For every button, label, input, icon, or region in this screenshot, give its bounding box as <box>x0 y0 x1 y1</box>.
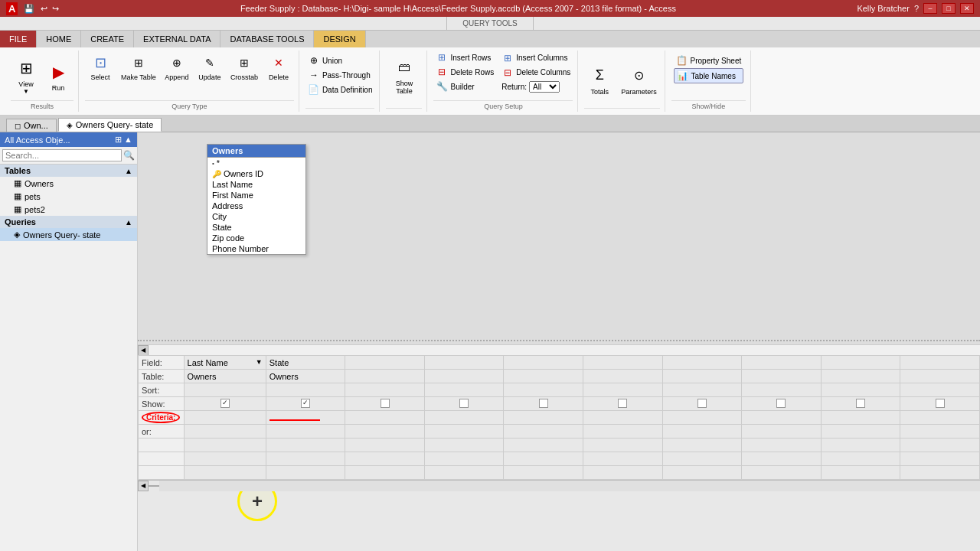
data-definition-button[interactable]: 📄 Data Definition <box>305 83 375 96</box>
grid-or4-c4[interactable] <box>424 466 504 480</box>
grid-or3-c7[interactable] <box>662 452 742 466</box>
view-dropdown-arrow[interactable]: ▼ <box>23 88 29 95</box>
field-first-name[interactable]: First Name <box>207 190 305 201</box>
grid-criteria-c9[interactable] <box>821 411 900 425</box>
nav-menu-icon[interactable]: ⊞ ▲ <box>115 135 132 145</box>
return-select[interactable]: All <box>529 81 560 93</box>
union-button[interactable]: ⊕ Union <box>305 54 375 67</box>
grid-show-c3[interactable] <box>345 397 425 411</box>
show-cb-c8[interactable] <box>776 399 786 408</box>
show-cb-lastname[interactable] <box>220 399 230 408</box>
grid-or3-c4[interactable] <box>424 452 504 466</box>
field-owners-id[interactable]: 🔑 Owners ID <box>207 168 305 179</box>
tab-design[interactable]: DESIGN <box>314 31 365 47</box>
grid-table-state[interactable]: Owners <box>266 370 345 383</box>
tab-file[interactable]: FILE <box>0 31 37 47</box>
grid-or4-c6[interactable] <box>583 466 663 480</box>
minimize-btn[interactable]: – <box>923 3 937 14</box>
grid-or3-c9[interactable] <box>821 452 900 466</box>
grid-or1-c4[interactable] <box>424 425 504 439</box>
grid-or1-c6[interactable] <box>583 425 663 439</box>
grid-table-c9[interactable] <box>821 370 900 383</box>
grid-or2-c9[interactable] <box>821 439 900 452</box>
field-star[interactable]: • * <box>207 158 305 168</box>
grid-sort-c8[interactable] <box>742 383 822 397</box>
grid-or1-c9[interactable] <box>821 425 900 439</box>
hscroll-left-btn[interactable]: ◀ <box>138 481 149 491</box>
grid-or1-c1[interactable] <box>184 425 266 439</box>
show-cb-c10[interactable] <box>936 399 945 408</box>
grid-criteria-c10[interactable] <box>900 411 980 425</box>
insert-columns-button[interactable]: ⊞ Insert Columns <box>499 51 573 65</box>
field-zip[interactable]: Zip code <box>207 233 305 243</box>
grid-criteria-c5[interactable] <box>504 411 583 425</box>
field-phone[interactable]: Phone Number <box>207 243 305 254</box>
builder-button[interactable]: 🔧 Builder <box>433 80 496 93</box>
grid-field-c6[interactable] <box>583 356 663 370</box>
grid-sort-c10[interactable] <box>900 383 980 397</box>
field-state[interactable]: State <box>207 222 305 233</box>
tab-home[interactable]: HOME <box>37 31 81 47</box>
search-input[interactable] <box>2 149 122 161</box>
tab-owners-query[interactable]: ◈ Owners Query- state <box>58 118 162 132</box>
nav-item-pets[interactable]: ▦ pets <box>0 190 137 203</box>
grid-or3-c3[interactable] <box>345 452 425 466</box>
show-cb-c3[interactable] <box>381 399 390 408</box>
grid-sort-c5[interactable] <box>504 383 583 397</box>
grid-field-c5[interactable] <box>504 356 583 370</box>
grid-or3-c10[interactable] <box>900 452 980 466</box>
show-table-button[interactable]: 🗃 ShowTable <box>389 54 420 96</box>
grid-table-lastname[interactable]: Owners <box>184 370 266 383</box>
field-city[interactable]: City <box>207 211 305 222</box>
grid-table-c3[interactable] <box>345 370 425 383</box>
grid-sort-c6[interactable] <box>583 383 663 397</box>
grid-sort-c3[interactable] <box>345 383 425 397</box>
hscroll-left[interactable]: ◀ <box>138 345 149 356</box>
nav-item-pets2[interactable]: ▦ pets2 <box>0 203 137 216</box>
insert-rows-button[interactable]: ⊞ Insert Rows <box>433 51 496 64</box>
show-cb-state[interactable] <box>301 399 310 408</box>
maximize-btn[interactable]: □ <box>942 3 956 14</box>
grid-field-c9[interactable] <box>821 356 900 370</box>
nav-section-queries-header[interactable]: Queries ▲ <box>0 216 137 228</box>
table-area-hscroll[interactable]: ◀ <box>138 344 980 355</box>
view-button[interactable]: ⊞ View ▼ <box>11 54 41 96</box>
grid-or2-c10[interactable] <box>900 439 980 452</box>
grid-field-c4[interactable] <box>424 356 504 370</box>
grid-or4-c7[interactable] <box>662 466 742 480</box>
grid-or2-c1[interactable] <box>184 439 266 452</box>
pass-through-button[interactable]: → Pass-Through <box>305 68 375 82</box>
grid-or1-c2[interactable] <box>266 425 345 439</box>
tab-database-tools[interactable]: DATABASE TOOLS <box>220 31 314 47</box>
table-names-button[interactable]: 📊 Table Names <box>674 68 744 83</box>
grid-show-c7[interactable] <box>662 397 742 411</box>
scroll-thumb[interactable] <box>149 485 159 487</box>
grid-field-lastname[interactable]: Last Name ▼ <box>184 356 266 370</box>
grid-or2-c3[interactable] <box>345 439 425 452</box>
tab-own[interactable]: ◻ Own... <box>6 119 57 132</box>
grid-criteria-c7[interactable] <box>662 411 742 425</box>
run-button[interactable]: ▶ Run <box>43 58 74 93</box>
grid-or4-c3[interactable] <box>345 466 425 480</box>
grid-sort-c7[interactable] <box>662 383 742 397</box>
grid-show-c8[interactable] <box>742 397 822 411</box>
delete-rows-button[interactable]: ⊟ Delete Rows <box>433 65 496 79</box>
grid-show-c4[interactable] <box>424 397 504 411</box>
make-table-button[interactable]: ⊞ Make Table <box>118 51 159 83</box>
undo-btn[interactable]: ↩ <box>41 4 47 14</box>
grid-field-c3[interactable] <box>345 356 425 370</box>
nav-section-tables-header[interactable]: Tables ▲ <box>0 165 137 177</box>
grid-or1-c5[interactable] <box>504 425 583 439</box>
grid-or1-c10[interactable] <box>900 425 980 439</box>
grid-show-state[interactable] <box>266 397 345 411</box>
grid-or2-c5[interactable] <box>504 439 583 452</box>
quick-access-save[interactable]: 💾 <box>24 4 34 14</box>
show-cb-c6[interactable] <box>618 399 627 408</box>
update-button[interactable]: ✎ Update <box>194 51 225 83</box>
totals-button[interactable]: Σ Totals <box>584 62 615 97</box>
delete-columns-button[interactable]: ⊟ Delete Columns <box>499 66 573 80</box>
grid-or3-c6[interactable] <box>583 452 663 466</box>
grid-show-c5[interactable] <box>504 397 583 411</box>
grid-or1-c7[interactable] <box>662 425 742 439</box>
field-last-name[interactable]: Last Name <box>207 179 305 190</box>
